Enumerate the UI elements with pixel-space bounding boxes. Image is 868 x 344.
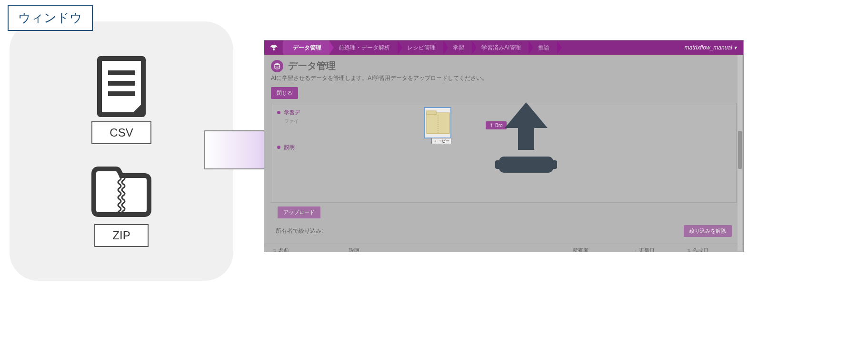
filter-row: 所有者で絞り込み: 絞り込みを解除: [264, 218, 743, 244]
nav-data-management[interactable]: データ管理: [283, 40, 329, 55]
scrollbar[interactable]: [738, 55, 742, 251]
nav-recipe[interactable]: レシピ管理: [398, 40, 443, 55]
col-name[interactable]: ⇅名前: [273, 247, 349, 252]
page-header: データ管理: [264, 55, 743, 74]
col-created[interactable]: ⇅作成日: [687, 247, 735, 252]
sort-icon: ⇅: [687, 248, 691, 253]
csv-label: CSV: [91, 121, 151, 144]
window-label: ウィンドウ: [8, 5, 93, 31]
upload-button[interactable]: アップロード: [278, 206, 320, 218]
svg-point-5: [275, 63, 279, 65]
top-nav: データ管理 前処理・データ解析 レシピ管理 学習 学習済みAI管理 推論 mat…: [264, 40, 743, 55]
zip-label: ZIP: [94, 224, 148, 247]
page-subtitle: AIに学習させるデータを管理します。AI学習用データをアップロードしてください。: [264, 74, 743, 87]
dragged-folder[interactable]: ＋ コピー: [424, 107, 451, 138]
clear-filter-button[interactable]: 絞り込みを解除: [684, 225, 732, 237]
upload-icon: [481, 94, 571, 186]
upload-form: 学習デ ファイ 説明 ⤒ Bro: [271, 103, 737, 203]
svg-rect-8: [549, 160, 557, 169]
svg-point-4: [273, 49, 275, 50]
col-description: 説明: [349, 247, 573, 252]
col-updated[interactable]: ↑更新日: [635, 247, 687, 252]
page-title: データ管理: [288, 59, 336, 72]
nav-preprocessing[interactable]: 前処理・データ解析: [329, 40, 398, 55]
sort-icon: ↑: [635, 248, 637, 253]
close-button[interactable]: 閉じる: [271, 87, 298, 99]
sort-icon: ⇅: [273, 248, 277, 253]
chevron-down-icon: ▾: [732, 44, 737, 51]
svg-rect-10: [427, 111, 436, 115]
svg-rect-7: [495, 160, 504, 169]
user-menu[interactable]: matrixflow_manual ▾: [685, 44, 743, 51]
nav-trained-ai[interactable]: 学習済みAI管理: [472, 40, 529, 55]
app-screenshot: データ管理 前処理・データ解析 レシピ管理 学習 学習済みAI管理 推論 mat…: [264, 40, 744, 252]
database-icon: [271, 60, 283, 72]
bullet-icon: [277, 111, 280, 114]
copy-tag: ＋ コピー: [431, 138, 451, 144]
csv-file-type: CSV: [91, 56, 151, 144]
zip-folder-icon: [88, 163, 155, 220]
scroll-handle[interactable]: [738, 131, 742, 169]
document-icon: [93, 56, 150, 118]
bullet-icon: [277, 146, 280, 149]
filter-label: 所有者で絞り込み:: [276, 227, 323, 235]
svg-rect-0: [100, 59, 143, 115]
zip-file-type: ZIP: [88, 163, 155, 247]
col-owner[interactable]: 所有者: [573, 247, 635, 252]
table-header: ⇅名前 説明 所有者 ↑更新日 ⇅作成日: [264, 244, 743, 252]
app-logo-icon[interactable]: [264, 40, 283, 55]
svg-rect-6: [499, 157, 553, 173]
